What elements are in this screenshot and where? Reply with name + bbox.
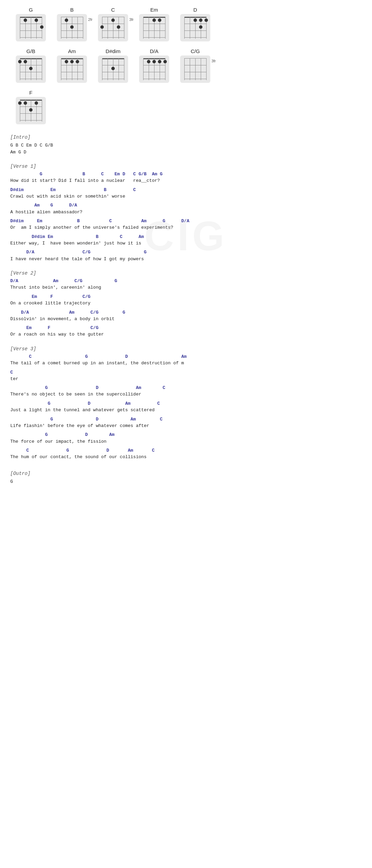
verse3-chord7: C G D Am C bbox=[10, 448, 362, 454]
chord-ddim-box bbox=[98, 55, 128, 83]
verse2-stanza1: D/A Am C/G G Thrust into bein', careenin… bbox=[10, 278, 362, 291]
chord-em-box bbox=[139, 14, 169, 41]
chord-d-name: D bbox=[194, 7, 197, 13]
verse3-chord5: G D Am C bbox=[10, 416, 362, 423]
verse1-lyric4: Or am I simply another of the universe's… bbox=[10, 224, 362, 231]
verse3-chord2: C bbox=[10, 369, 362, 376]
chord-gb-name: G/B bbox=[26, 48, 35, 54]
verse3-stanza1: C G D Am The tail of a comet burned up i… bbox=[10, 354, 362, 367]
chord-b: B 2fr bbox=[51, 7, 92, 41]
chord-b-grid: 2fr bbox=[61, 17, 83, 39]
verse2-stanza4: Em F C/G Or a roach on his way to the gu… bbox=[10, 325, 362, 338]
verse3-label: [Verse 3] bbox=[10, 346, 362, 352]
chord-b-fret: 2fr bbox=[88, 17, 92, 22]
chord-b-name: B bbox=[70, 7, 74, 13]
chord-f-name: F bbox=[29, 90, 32, 96]
verse1-stanza3: Am G D/A A hostile alien ambassador? bbox=[10, 202, 362, 215]
chord-c-fret: 3fr bbox=[129, 17, 134, 22]
verse1-lyric6: I have never heard the tale of how I got… bbox=[10, 256, 362, 263]
chord-diagrams-row2: G/B Am bbox=[10, 48, 362, 86]
chord-diagrams-row3: F bbox=[10, 90, 362, 128]
verse1-lyric2: Crawl out with acid skin or somethin' wo… bbox=[10, 193, 362, 200]
chord-g-name: G bbox=[29, 7, 33, 13]
intro-label: [Intro] bbox=[10, 135, 362, 140]
verse3-lyric5: Life flashin' before the eye of whatever… bbox=[10, 423, 362, 429]
verse1-lyric3: A hostile alien ambassador? bbox=[10, 209, 362, 216]
chord-d-grid bbox=[184, 17, 206, 39]
chord-am-box bbox=[57, 55, 87, 83]
verse2-lyric1: Thrust into bein', careenin' along bbox=[10, 284, 362, 291]
verse1-stanza1: G B C Em D C G/B Am G How did it start? … bbox=[10, 171, 362, 184]
chord-c-box: 3fr bbox=[98, 14, 128, 41]
chord-ddim-grid bbox=[102, 58, 124, 80]
verse1-stanza2: D#dim Em B C Crawl out with acid skin or… bbox=[10, 187, 362, 200]
verse1-section: [Verse 1] G B C Em D C G/B Am G How did … bbox=[10, 164, 362, 262]
chord-g-grid bbox=[20, 17, 42, 39]
verse1-lyric1: How did it start? Did I fall into a nucl… bbox=[10, 177, 362, 184]
verse2-lyric3: Dissolvin' in movement, a body in orbit bbox=[10, 316, 362, 323]
verse1-chord5: D#dim Em B C Am bbox=[10, 234, 362, 240]
verse1-stanza5: D#dim Em B C Am Either way, I have been … bbox=[10, 234, 362, 247]
chord-cg-grid: 3fr bbox=[184, 58, 206, 80]
verse3-chord6: G D Am bbox=[10, 432, 362, 438]
chord-em-grid bbox=[143, 17, 165, 39]
chord-f-box bbox=[16, 97, 46, 124]
verse3-lyric2: ter bbox=[10, 376, 362, 382]
chord-cg-box: 3fr bbox=[180, 55, 210, 83]
chord-em-name: Em bbox=[150, 7, 158, 13]
verse2-section: [Verse 2] D/A Am C/G G Thrust into bein'… bbox=[10, 271, 362, 338]
verse1-stanza6: D/A C/G G I have never heard the tale of… bbox=[10, 249, 362, 262]
verse2-lyric2: On a crooked little trajectory bbox=[10, 300, 362, 307]
verse2-chord1: D/A Am C/G G bbox=[10, 278, 362, 284]
verse1-label: [Verse 1] bbox=[10, 164, 362, 169]
verse2-stanza2: Em F C/G On a crooked little trajectory bbox=[10, 294, 362, 307]
chord-c: C 3fr bbox=[92, 7, 134, 41]
chord-f-grid bbox=[20, 100, 42, 122]
chord-am-grid bbox=[61, 58, 83, 80]
chord-da-box bbox=[139, 55, 169, 83]
chord-da-grid bbox=[143, 58, 165, 80]
intro-section: [Intro] G B C Em D C G/B Am G D bbox=[10, 135, 362, 155]
verse2-chord2: Em F C/G bbox=[10, 294, 362, 300]
verse3-lyric3: There's no object to be seen in the supe… bbox=[10, 391, 362, 398]
chord-cg: C/G 3fr bbox=[175, 48, 216, 83]
verse2-stanza3: D/A Am C/G G Dissolvin' in movement, a b… bbox=[10, 310, 362, 323]
chord-cg-fret: 3fr bbox=[211, 59, 216, 63]
outro-section: [Outro] G bbox=[10, 471, 362, 485]
verse3-stanza7: C G D Am C The hum of our contact, the s… bbox=[10, 448, 362, 461]
verse1-chord6: D/A C/G G bbox=[10, 249, 362, 255]
chord-g-box bbox=[16, 14, 46, 41]
verse2-label: [Verse 2] bbox=[10, 271, 362, 276]
verse3-lyric4: Just a light in the tunnel and whatever … bbox=[10, 407, 362, 414]
chord-gb-grid bbox=[20, 58, 42, 80]
verse3-stanza6: G D Am The force of our impact, the fiss… bbox=[10, 432, 362, 445]
chord-da: D/A bbox=[134, 48, 175, 83]
chord-ddim-name: D#dim bbox=[106, 48, 120, 54]
chord-ddim: D#dim bbox=[92, 48, 134, 83]
verse1-stanza4: D#dim Em B C Am G D/A Or am I simply ano… bbox=[10, 218, 362, 231]
verse1-chord1: G B C Em D C G/B Am G bbox=[10, 171, 362, 177]
chord-cg-name: C/G bbox=[191, 48, 200, 54]
verse3-chord1: C G D Am bbox=[10, 354, 362, 360]
verse3-chord3: G D Am C bbox=[10, 385, 362, 391]
verse3-lyric1: The tail of a comet burned up in an inst… bbox=[10, 360, 362, 367]
verse1-chord2: D#dim Em B C bbox=[10, 187, 362, 193]
verse3-chord4: G D Am C bbox=[10, 401, 362, 407]
chord-c-grid: 3fr bbox=[102, 17, 124, 39]
verse3-stanza3: G D Am C There's no object to be seen in… bbox=[10, 385, 362, 398]
verse1-chord3: Am G D/A bbox=[10, 202, 362, 209]
verse3-stanza4: G D Am C Just a light in the tunnel and … bbox=[10, 401, 362, 414]
chord-diagrams-row1: G B bbox=[10, 7, 362, 45]
verse2-chord3: D/A Am C/G G bbox=[10, 310, 362, 316]
chord-gb-box bbox=[16, 55, 46, 83]
verse3-section: [Verse 3] C G D Am The tail of a comet b… bbox=[10, 346, 362, 461]
chord-d: D bbox=[175, 7, 216, 41]
chord-b-box: 2fr bbox=[57, 14, 87, 41]
verse2-chord4: Em F C/G bbox=[10, 325, 362, 331]
outro-line1: G bbox=[10, 478, 362, 485]
chord-f: F bbox=[10, 90, 51, 124]
chord-g: G bbox=[10, 7, 51, 41]
intro-line2: Am G D bbox=[10, 149, 362, 156]
chord-da-name: D/A bbox=[150, 48, 158, 54]
verse1-chord4: D#dim Em B C Am G D/A bbox=[10, 218, 362, 224]
